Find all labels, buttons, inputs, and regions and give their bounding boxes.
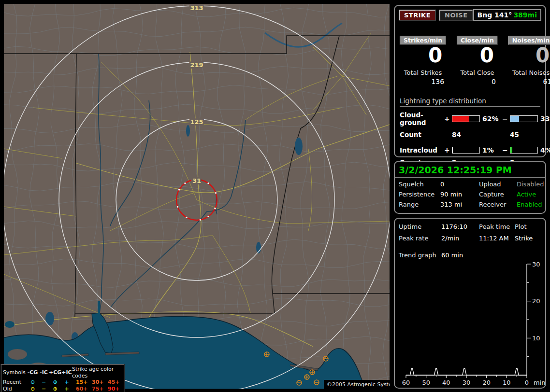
plus-sign: +	[444, 115, 452, 123]
ic-minus-bar-fill	[510, 147, 512, 153]
squelch-value: 0	[440, 181, 479, 188]
x-tick-label: 30	[463, 379, 471, 386]
noise-button[interactable]: NOISE	[439, 10, 473, 21]
bearing-readout: Bng 141° 389mi	[473, 9, 541, 21]
cg-minus-pct: 33%	[538, 115, 550, 123]
trend-series	[406, 369, 527, 376]
x-axis-unit: min	[534, 379, 546, 386]
bearing-value: Bng 141°	[478, 11, 512, 19]
status-panel: 3/2/2026 12:25:19 PM Squelch 0 Upload Di…	[394, 161, 546, 214]
strike-circle-plus	[304, 375, 309, 379]
plot-value: Strike	[515, 235, 541, 242]
minus-icon: −	[39, 386, 49, 392]
lightning-map[interactable]: 313 219 125 31 ©2005 Astrogenic Systems	[4, 4, 390, 389]
age-90: 90+	[108, 386, 121, 392]
cg-plus-bar	[452, 115, 480, 122]
distribution-title: Lightning type distribution	[400, 97, 540, 107]
ring-label-31: 31	[192, 177, 201, 184]
cloud-ground-label: Cloud-ground	[400, 111, 444, 126]
legend-age-header: Strike age color codes	[72, 366, 121, 379]
strike-button[interactable]: STRIKE	[399, 10, 436, 21]
circle-plus-icon: ⊕	[49, 379, 61, 386]
cg-count-label: Count	[400, 131, 444, 139]
circle-plus-icon: ⊕	[49, 386, 61, 392]
trend-graph: 1020300102030405060min	[397, 259, 546, 389]
cg-minus-bar	[510, 115, 538, 122]
peak-time-value: 11:12 AM	[479, 235, 515, 242]
stats-panel: Uptime 1176:10 Peak time Plot Peak rate …	[394, 218, 546, 389]
cg-minus-count: 45	[510, 131, 538, 139]
range-label: Range	[399, 201, 440, 208]
minus-sign: −	[502, 115, 510, 123]
strike-circle-plus	[310, 370, 315, 375]
age-15: 15+	[76, 379, 92, 386]
legend-col-pos-cg: +CG	[49, 369, 61, 376]
ring-label-219: 219	[190, 61, 203, 69]
total-noises-value: 61	[508, 78, 550, 85]
cg-plus-pct: 62%	[480, 115, 502, 123]
x-tick-label: 60	[402, 379, 410, 386]
trend-graph-value: 60 min	[441, 252, 541, 259]
datetime-display: 3/2/2026 12:25:19 PM	[399, 165, 541, 175]
map-canvas[interactable]: 313 219 125 31 ©2005 Astrogenic Systems	[4, 4, 390, 389]
capture-label: Capture	[479, 191, 517, 198]
legend-col-neg-ic: -IC	[39, 369, 49, 376]
plus-sign: +	[444, 146, 452, 154]
x-tick-label: 0	[525, 379, 529, 386]
ic-plus-bar-fill	[452, 147, 453, 153]
ic-plus-bar	[452, 147, 480, 154]
copyright-bar: ©2005 Astrogenic Systems	[324, 380, 390, 389]
ring-label-313: 313	[190, 4, 203, 12]
strikes-per-min-value: 0	[400, 46, 446, 65]
x-tick-label: 40	[442, 379, 450, 386]
ic-minus-pct: 4%	[538, 146, 550, 154]
noises-counter: Noises/min 0 Total Noises 61	[508, 35, 550, 85]
nexstorm-window: 313 219 125 31 ©2005 Astrogenic Systems …	[0, 0, 550, 392]
age-75: 75+	[92, 386, 108, 392]
cg-plus-bar-fill	[452, 116, 469, 122]
minus-sign: −	[502, 146, 510, 154]
intracloud-label: Intracloud	[400, 146, 444, 154]
legend-recent-label: Recent	[3, 379, 27, 386]
copyright-text: ©2005 Astrogenic Systems	[327, 381, 390, 388]
x-tick-label: 20	[482, 379, 491, 386]
legend-old-label: Old	[3, 386, 27, 392]
upload-value: Disabled	[517, 181, 544, 188]
plus-icon: +	[61, 379, 72, 386]
cg-minus-bar-fill	[510, 116, 519, 122]
noises-per-min-value: 0	[508, 46, 550, 65]
total-noises-label: Total Noises	[508, 69, 550, 76]
total-close-value: 0	[457, 78, 498, 85]
legend-row-old: Old ⊖ − ⊕ + 60+ 75+ 90+	[3, 386, 122, 392]
range-value: 313 mi	[440, 201, 479, 208]
persistence-value: 90 min	[440, 191, 479, 198]
cg-plus-count: 84	[452, 131, 480, 139]
peak-rate-label: Peak rate	[399, 235, 441, 242]
ring-label-125: 125	[190, 118, 203, 126]
ic-plus-pct: 1%	[480, 146, 502, 154]
upload-label: Upload	[479, 181, 517, 188]
legend-col-neg-cg: -CG	[27, 369, 39, 376]
total-strikes-label: Total Strikes	[400, 69, 446, 76]
peak-rate-value: 2/min	[441, 235, 479, 242]
y-tick-label: 10	[532, 335, 540, 342]
counters-panel: STRIKE NOISE Bng 141° 389mi Strikes/min …	[394, 5, 546, 157]
peak-time-label: Peak time	[479, 223, 515, 230]
legend-box: Symbols -CG -IC +CG +IC Strike age color…	[1, 364, 124, 392]
age-60: 60+	[76, 386, 92, 392]
age-45: 45+	[108, 379, 121, 386]
y-tick-label: 20	[532, 297, 540, 305]
strike-circle-plus	[264, 352, 269, 357]
divider	[395, 177, 545, 178]
x-tick-label: 50	[422, 379, 430, 386]
close-per-min-value: 0	[457, 46, 498, 65]
trend-graph-label: Trend graph	[399, 252, 441, 259]
persistence-label: Persistence	[399, 191, 440, 198]
plot-label: Plot	[515, 223, 541, 230]
total-close-label: Total Close	[457, 69, 498, 76]
legend-col-pos-ic: +IC	[61, 369, 72, 376]
y-tick-label: 30	[532, 261, 540, 268]
total-strikes-value: 136	[400, 78, 446, 85]
lightning-distribution: Lightning type distribution Cloud-ground…	[400, 97, 540, 166]
age-30: 30+	[92, 379, 108, 386]
